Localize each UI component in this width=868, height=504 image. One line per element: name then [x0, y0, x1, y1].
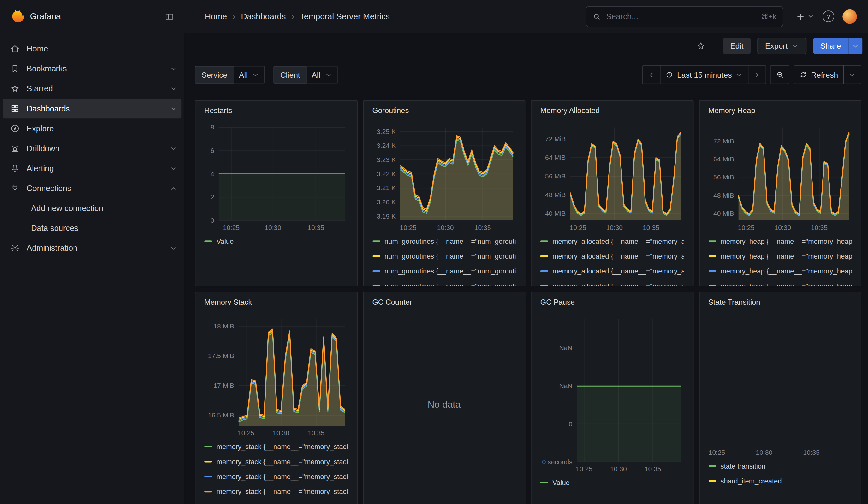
- svg-text:10:35: 10:35: [474, 224, 491, 231]
- panel-chart: No data: [372, 313, 516, 496]
- sidebar-item-data-sources[interactable]: Data sources: [3, 218, 182, 238]
- sidebar-item-alerting[interactable]: Alerting: [3, 158, 182, 178]
- panel-header[interactable]: Memory Heap: [708, 106, 852, 122]
- panel-state-transition: State Transition 10:2510:3010:35 state t…: [699, 292, 861, 504]
- sidebar-item-starred[interactable]: Starred: [3, 79, 182, 99]
- help-icon: ?: [823, 10, 834, 22]
- legend-item[interactable]: memory_stack {__name__="memory_stack": [204, 439, 348, 454]
- breadcrumb-separator: ›: [291, 11, 294, 21]
- svg-text:10:35: 10:35: [810, 224, 827, 231]
- breadcrumb-item-dashboards[interactable]: Dashboards: [241, 12, 286, 21]
- chevron-down-icon: [849, 71, 856, 78]
- edit-button[interactable]: Edit: [723, 38, 751, 54]
- legend-item[interactable]: memory_heap {__name__="memory_heap": [708, 248, 852, 263]
- panel-memory-stack: Memory Stack 16.5 MiB17 MiB17.5 MiB18 Mi…: [195, 292, 357, 504]
- legend-item[interactable]: state transition: [708, 459, 852, 473]
- search-box[interactable]: ⌘+k: [586, 6, 783, 27]
- legend-item[interactable]: memory_allocated {__name__="memory_alloc…: [540, 234, 684, 248]
- legend-item[interactable]: memory_heap {__name__="memory_heap": [708, 264, 852, 278]
- search-input[interactable]: [605, 11, 757, 21]
- chevron-down-icon: [807, 13, 814, 20]
- breadcrumb-item-home[interactable]: Home: [205, 12, 227, 21]
- home-icon: [10, 44, 20, 54]
- chevron-down-icon: [170, 85, 177, 92]
- user-avatar[interactable]: [843, 9, 857, 24]
- panel-header[interactable]: Goroutines: [372, 106, 516, 122]
- legend-item[interactable]: memory_allocated {__name__="memory_alloc…: [540, 278, 684, 286]
- panel-header[interactable]: State Transition: [708, 298, 852, 313]
- svg-text:4: 4: [210, 170, 214, 177]
- panel-header[interactable]: GC Counter: [372, 298, 516, 313]
- sidebar-item-home[interactable]: Home: [3, 39, 182, 59]
- chart-canvas: 3.19 K3.20 K3.21 K3.22 K3.23 K3.24 K3.25…: [372, 122, 516, 233]
- legend-item[interactable]: Value: [204, 234, 348, 248]
- sidebar-item-connections[interactable]: Connections: [3, 178, 182, 198]
- panel-header[interactable]: Memory Stack: [204, 298, 348, 313]
- share-menu-button[interactable]: [848, 38, 862, 54]
- panel-header[interactable]: Memory Allocated: [540, 106, 684, 122]
- panel-header[interactable]: Restarts: [204, 106, 348, 122]
- svg-text:10:30: 10:30: [774, 224, 791, 231]
- chevron-left-icon: [648, 71, 655, 78]
- grafana-app: Grafana Home›Dashboards›Temporal Server …: [0, 0, 868, 504]
- add-button[interactable]: [795, 11, 814, 21]
- legend-item[interactable]: num_goroutines {__name__="num_goroutines…: [372, 264, 516, 278]
- legend-item[interactable]: num_goroutines {__name__="num_goroutines…: [372, 278, 516, 286]
- plug-icon: [10, 184, 20, 194]
- legend-item[interactable]: memory_stack {__name__="memory_stack": [204, 484, 348, 499]
- sidebar: HomeBookmarksStarredDashboardsExploreDri…: [0, 33, 184, 504]
- sidebar-item-dashboards[interactable]: Dashboards: [3, 99, 182, 119]
- legend-item[interactable]: memory_allocated {__name__="memory_alloc…: [540, 264, 684, 278]
- plus-icon: [795, 11, 806, 21]
- refresh-button[interactable]: Refresh: [794, 65, 844, 84]
- filter-value-dropdown[interactable]: All: [234, 66, 265, 84]
- legend-color-marker: [540, 270, 548, 272]
- chevron-down-icon: [170, 105, 177, 112]
- svg-text:8: 8: [210, 123, 214, 131]
- legend-item[interactable]: shard_item_created: [708, 474, 852, 488]
- sidebar-item-administration[interactable]: Administration: [3, 238, 182, 258]
- svg-text:17.5 MiB: 17.5 MiB: [208, 352, 234, 359]
- legend-item[interactable]: num_goroutines {__name__="num_goroutines…: [372, 248, 516, 263]
- svg-text:3.19 K: 3.19 K: [376, 213, 395, 220]
- chart-canvas: 0246810:2510:3010:35: [204, 122, 348, 233]
- legend-color-marker: [540, 240, 548, 242]
- time-back-button[interactable]: [642, 65, 661, 84]
- panel-legend: memory_stack {__name__="memory_stack" me…: [204, 438, 348, 504]
- panel-header[interactable]: GC Pause: [540, 298, 684, 313]
- legend-item[interactable]: memory_heap {__name__="memory_heap": [708, 234, 852, 248]
- sidebar-toggle-button[interactable]: [161, 8, 178, 25]
- filter-value-dropdown[interactable]: All: [307, 66, 338, 84]
- svg-text:10:30: 10:30: [437, 224, 454, 231]
- refresh-interval-button[interactable]: [843, 65, 861, 84]
- legend-color-marker: [540, 256, 548, 257]
- sidebar-item-drilldown[interactable]: Drilldown: [3, 138, 182, 158]
- refresh-label: Refresh: [811, 70, 838, 79]
- breadcrumb-item-temporal-server-metrics[interactable]: Temporal Server Metrics: [300, 12, 390, 21]
- star-icon: [10, 84, 20, 94]
- legend-item[interactable]: num_goroutines {__name__="num_goroutines…: [372, 234, 516, 248]
- refresh-icon: [799, 71, 807, 79]
- star-dashboard-button[interactable]: [693, 38, 709, 54]
- search-icon: [593, 12, 601, 20]
- share-button[interactable]: Share: [813, 38, 848, 54]
- grafana-logo[interactable]: [10, 10, 24, 23]
- zoom-out-button[interactable]: [771, 65, 789, 84]
- panel-legend: num_goroutines {__name__="num_goroutines…: [372, 233, 516, 286]
- sidebar-item-add-new-connection[interactable]: Add new connection: [3, 198, 182, 218]
- time-forward-button[interactable]: [748, 65, 766, 84]
- legend-item[interactable]: Value: [540, 475, 684, 490]
- svg-text:72 MiB: 72 MiB: [545, 135, 566, 142]
- legend-item[interactable]: memory_stack {__name__="memory_stack": [204, 469, 348, 484]
- legend-item[interactable]: memory_allocated {__name__="memory_alloc…: [540, 248, 684, 263]
- legend-item[interactable]: memory_heap {__name__="memory_heap": [708, 278, 852, 286]
- sidebar-item-bookmarks[interactable]: Bookmarks: [3, 59, 182, 79]
- chevron-down-icon: [170, 245, 177, 252]
- legend-item[interactable]: memory_stack {__name__="memory_stack": [204, 454, 348, 469]
- sidebar-item-explore[interactable]: Explore: [3, 119, 182, 138]
- svg-text:10:25: 10:25: [238, 430, 255, 437]
- svg-text:6: 6: [210, 147, 214, 154]
- export-button[interactable]: Export: [757, 38, 806, 54]
- help-button[interactable]: ?: [823, 10, 834, 22]
- time-range-picker[interactable]: Last 15 minutes: [660, 65, 748, 84]
